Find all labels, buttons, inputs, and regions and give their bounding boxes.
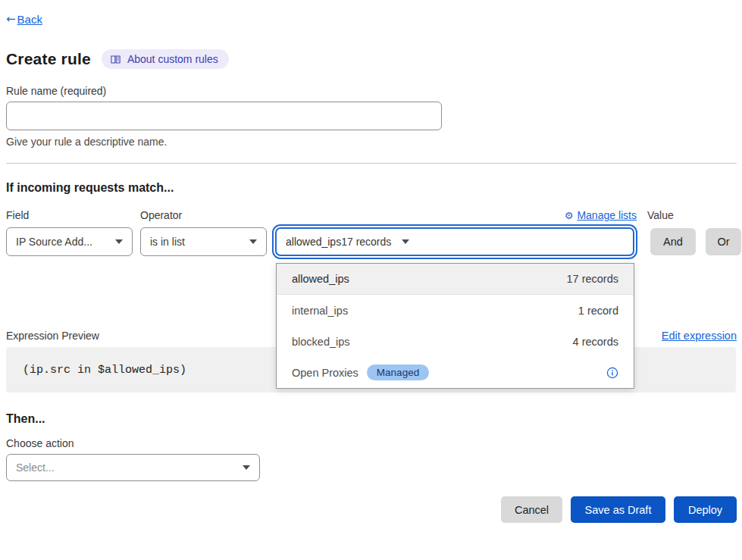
operator-label: Operator [140,209,273,221]
create-rule-page: ←Back Create rule About custom rules Rul… [0,0,742,523]
footer-actions: Cancel Save as Draft Deploy [6,496,737,523]
managed-badge: Managed [367,364,429,380]
match-labels-row: Field Operator Value ⚙ Manage lists [6,209,737,221]
chevron-down-icon [249,239,257,244]
list-item-name: internal_ips [292,305,348,317]
and-button[interactable]: And [650,228,696,255]
list-item-name: blocked_ips [292,336,350,348]
list-item-open-proxies[interactable]: Open Proxies Managed [277,357,634,388]
list-item-name: Open Proxies [292,367,358,379]
about-custom-rules-label: About custom rules [127,53,218,65]
title-row: Create rule About custom rules [6,49,737,69]
chevron-down-icon [243,465,250,470]
about-custom-rules-badge[interactable]: About custom rules [102,49,229,69]
value-select[interactable]: allowed_ips 17 records [275,227,634,256]
gear-icon: ⚙ [565,210,574,221]
value-label: Value [643,209,737,221]
operator-select-value: is in list [150,236,249,248]
match-section-heading: If incoming requests match... [6,181,737,195]
manage-lists-cell: ⚙ Manage lists [273,209,643,221]
info-icon[interactable] [606,367,618,379]
or-button[interactable]: Or [706,228,741,255]
expression-preview-label: Expression Preview [6,330,99,342]
list-item-internal-ips[interactable]: internal_ips 1 record [277,295,634,326]
list-item-blocked-ips[interactable]: blocked_ips 4 records [277,326,634,357]
field-select-value: IP Source Add... [16,236,115,248]
back-link-label: Back [17,13,42,26]
section-divider [6,163,737,164]
expression-code: (ip.src in $allowed_ips) [23,364,186,377]
list-dropdown: allowed_ips 17 records internal_ips 1 re… [276,263,634,389]
list-item-allowed-ips[interactable]: allowed_ips 17 records [277,264,634,295]
save-as-draft-button[interactable]: Save as Draft [571,496,665,523]
list-item-records: 4 records [573,336,618,348]
field-select[interactable]: IP Source Add... [6,227,133,256]
action-select-placeholder: Select... [16,461,243,474]
cancel-button[interactable]: Cancel [501,496,562,523]
list-item-name: allowed_ips [292,273,349,285]
value-select-records: 17 records [341,236,391,248]
manage-lists-link[interactable]: ⚙ Manage lists [565,209,637,221]
operator-select[interactable]: is in list [140,227,267,256]
field-label: Field [6,209,140,221]
choose-action-label: Choose action [6,437,737,449]
condition-connectors: And Or [643,228,741,255]
manage-lists-label: Manage lists [577,209,637,221]
then-section-heading: Then... [6,412,737,426]
chevron-down-icon [115,239,123,244]
deploy-button[interactable]: Deploy [674,496,737,523]
list-item-records: 1 record [578,305,618,317]
value-select-wrap: allowed_ips 17 records allowed_ips 17 re… [275,227,634,256]
book-icon [110,54,121,65]
rule-name-helper: Give your rule a descriptive name. [6,136,737,148]
list-item-records: 17 records [566,273,618,285]
edit-expression-link[interactable]: Edit expression [662,330,737,342]
chevron-down-icon [402,239,409,244]
value-select-value: allowed_ips [286,236,341,248]
page-title: Create rule [6,50,91,68]
back-arrow-icon: ← [6,12,16,26]
back-link[interactable]: ←Back [6,12,42,26]
rule-name-label: Rule name (required) [6,85,737,97]
rule-name-input[interactable] [6,102,442,130]
match-condition-row: IP Source Add... is in list allowed_ips … [6,227,737,256]
action-select[interactable]: Select... [6,454,260,481]
